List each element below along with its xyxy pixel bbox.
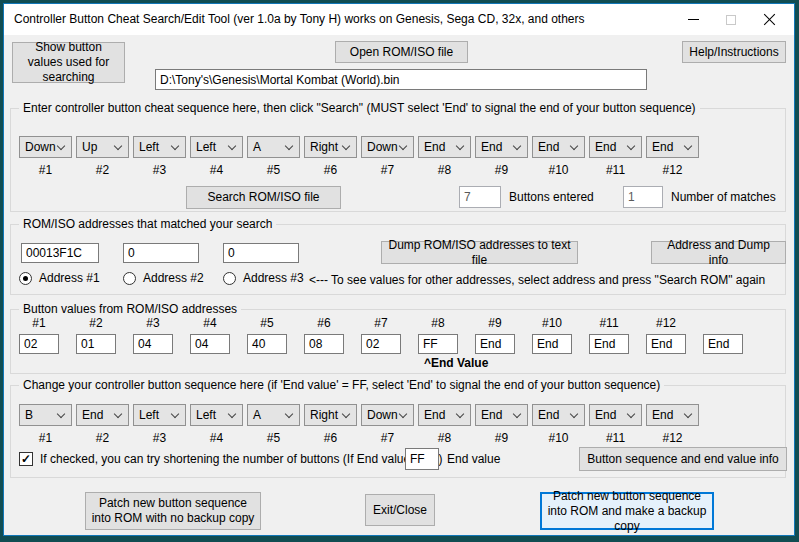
- search-rom-button[interactable]: Search ROM/ISO file: [186, 186, 341, 209]
- chevron-down-icon: [570, 410, 578, 418]
- combo-value: End: [538, 140, 559, 154]
- search-sequence-row: DownUpLeftLeftARightDownEndEndEndEndEnd: [19, 136, 703, 158]
- change-seq-dropdown[interactable]: B: [19, 404, 72, 426]
- value-box[interactable]: End: [475, 334, 515, 354]
- search-seq-dropdown[interactable]: End: [646, 136, 699, 158]
- combo-value: Right: [310, 408, 338, 422]
- value-number: #1: [19, 316, 59, 330]
- value-box[interactable]: 01: [76, 334, 116, 354]
- search-seq-number: #4: [190, 163, 243, 177]
- chevron-down-icon: [342, 142, 350, 150]
- radio-icon: [19, 272, 32, 285]
- combo-value: Down: [367, 408, 398, 422]
- address-2-field[interactable]: 0: [123, 243, 199, 263]
- chevron-down-icon: [684, 142, 692, 150]
- change-seq-number: #2: [76, 431, 129, 445]
- search-seq-dropdown[interactable]: Left: [133, 136, 186, 158]
- change-sequence-numbers: #1#2#3#4#5#6#7#8#9#10#11#12: [19, 431, 703, 445]
- search-seq-dropdown[interactable]: End: [532, 136, 585, 158]
- dump-addresses-button[interactable]: Dump ROM/ISO addresses to text file: [381, 241, 578, 264]
- change-seq-dropdown[interactable]: End: [532, 404, 585, 426]
- search-seq-dropdown[interactable]: Down: [19, 136, 72, 158]
- address-3-radio[interactable]: Address #3: [223, 271, 304, 285]
- address-2-radio[interactable]: Address #2: [123, 271, 204, 285]
- combo-value: End: [481, 408, 502, 422]
- combo-value: End: [481, 140, 502, 154]
- change-seq-dropdown[interactable]: End: [589, 404, 642, 426]
- search-sequence-group-title: Enter controller button cheat sequence h…: [19, 101, 700, 115]
- search-seq-dropdown[interactable]: End: [418, 136, 471, 158]
- chevron-down-icon: [627, 410, 635, 418]
- chevron-down-icon: [570, 142, 578, 150]
- address-1-field[interactable]: 00013F1C: [21, 243, 99, 263]
- search-seq-dropdown[interactable]: Down: [361, 136, 414, 158]
- address-3-radio-label: Address #3: [243, 271, 304, 285]
- patch-no-backup-button[interactable]: Patch new button sequence into ROM with …: [85, 492, 261, 530]
- value-number: #7: [361, 316, 401, 330]
- open-rom-button[interactable]: Open ROM/ISO file: [335, 41, 468, 63]
- maximize-button[interactable]: [712, 4, 750, 35]
- change-seq-dropdown[interactable]: End: [475, 404, 528, 426]
- radio-icon: [123, 272, 136, 285]
- chevron-down-icon: [285, 142, 293, 150]
- value-box[interactable]: End: [646, 334, 686, 354]
- search-seq-dropdown[interactable]: A: [247, 136, 300, 158]
- end-value-field[interactable]: FF: [405, 448, 439, 470]
- change-seq-dropdown[interactable]: End: [646, 404, 699, 426]
- patch-with-backup-button[interactable]: Patch new button sequence into ROM and m…: [540, 492, 714, 530]
- exit-close-button[interactable]: Exit/Close: [365, 494, 435, 526]
- value-box[interactable]: 02: [19, 334, 59, 354]
- search-seq-dropdown[interactable]: Up: [76, 136, 129, 158]
- value-box[interactable]: 04: [190, 334, 230, 354]
- change-seq-number: #9: [475, 431, 528, 445]
- chevron-down-icon: [627, 142, 635, 150]
- search-seq-dropdown[interactable]: End: [589, 136, 642, 158]
- close-button[interactable]: [750, 4, 788, 35]
- chevron-down-icon: [684, 410, 692, 418]
- change-seq-dropdown[interactable]: Right: [304, 404, 357, 426]
- sequence-info-button[interactable]: Button sequence and end value info: [579, 447, 787, 471]
- app-window: Controller Button Cheat Search/Edit Tool…: [3, 3, 795, 536]
- change-seq-dropdown[interactable]: A: [247, 404, 300, 426]
- address-1-radio[interactable]: Address #1: [19, 271, 100, 285]
- search-seq-dropdown[interactable]: Right: [304, 136, 357, 158]
- file-path-input[interactable]: D:\Tony's\Genesis\Mortal Kombat (World).…: [155, 69, 647, 90]
- value-box[interactable]: End: [532, 334, 572, 354]
- change-seq-dropdown[interactable]: End: [418, 404, 471, 426]
- value-number: #11: [589, 316, 629, 330]
- minimize-button[interactable]: [674, 4, 712, 35]
- value-box[interactable]: FF: [418, 334, 458, 354]
- change-seq-number: #4: [190, 431, 243, 445]
- show-button-values-button[interactable]: Show button values used for searching: [12, 42, 125, 83]
- change-seq-dropdown[interactable]: End: [76, 404, 129, 426]
- chevron-down-icon: [456, 142, 464, 150]
- change-seq-dropdown[interactable]: Down: [361, 404, 414, 426]
- value-box[interactable]: End: [589, 334, 629, 354]
- address-dump-info-button[interactable]: Address and Dump info: [651, 241, 786, 264]
- value-box[interactable]: End: [703, 334, 743, 354]
- change-seq-dropdown[interactable]: Left: [190, 404, 243, 426]
- combo-value: End: [538, 408, 559, 422]
- change-seq-dropdown[interactable]: Left: [133, 404, 186, 426]
- value-number: #5: [247, 316, 287, 330]
- help-button[interactable]: Help/Instructions: [682, 41, 786, 63]
- search-seq-number: #5: [247, 163, 300, 177]
- value-box[interactable]: 04: [133, 334, 173, 354]
- change-sequence-group-title: Change your controller button sequence h…: [19, 378, 664, 392]
- value-box[interactable]: 08: [304, 334, 344, 354]
- search-seq-dropdown[interactable]: End: [475, 136, 528, 158]
- addresses-group: ROM/ISO addresses that matched your sear…: [10, 224, 786, 295]
- value-box[interactable]: 02: [361, 334, 401, 354]
- address-3-field[interactable]: 0: [223, 243, 299, 263]
- checkbox-icon: [19, 452, 33, 466]
- search-seq-number: #1: [19, 163, 72, 177]
- chevron-down-icon: [456, 410, 464, 418]
- search-seq-number: #11: [589, 163, 642, 177]
- shorten-checkbox[interactable]: If checked, you can try shortening the n…: [19, 452, 443, 466]
- chevron-down-icon: [171, 410, 179, 418]
- address-hint-text: <--- To see values for other addresses, …: [309, 273, 765, 287]
- value-box[interactable]: 40: [247, 334, 287, 354]
- search-seq-dropdown[interactable]: Left: [190, 136, 243, 158]
- combo-value: Left: [196, 408, 216, 422]
- combo-value: Left: [139, 408, 159, 422]
